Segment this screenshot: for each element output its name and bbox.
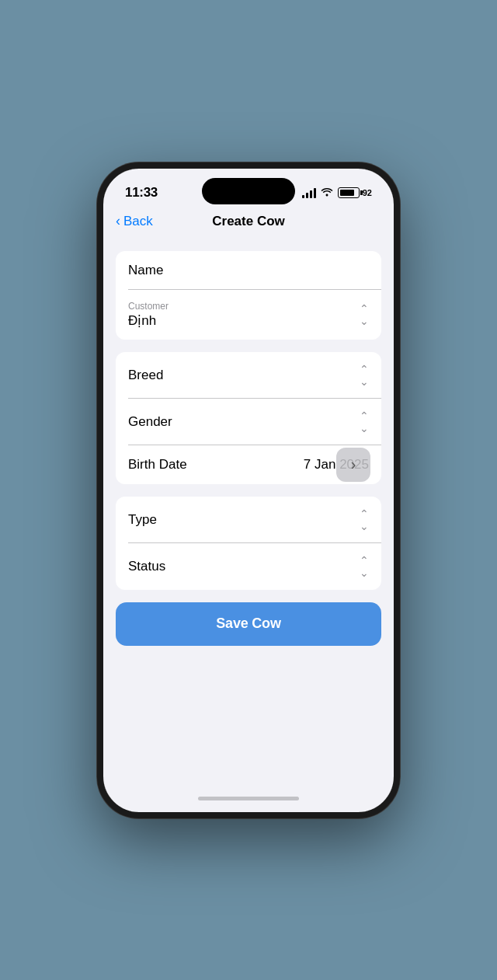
save-cow-button[interactable]: Save Cow [116,602,381,646]
phone-frame: 11:33 [97,162,400,818]
battery-body [338,187,360,198]
type-row[interactable]: Type ⌃⌄ [116,497,381,543]
home-indicator [103,786,394,812]
back-button[interactable]: ‹ Back [116,214,153,229]
signal-bar-2 [306,193,308,198]
customer-label-group: Customer Định [128,301,169,329]
back-label: Back [123,214,153,229]
signal-bar-3 [310,190,312,198]
customer-value: Định [128,312,169,329]
gender-row[interactable]: Gender ⌃⌄ [116,399,381,445]
type-chevron-icon: ⌃⌄ [360,507,369,532]
breed-chevron-icon: ⌃⌄ [360,363,369,388]
next-arrow-icon: › [351,455,356,473]
status-chevron-icon: ⌃⌄ [360,554,369,579]
battery-percent: 92 [363,188,372,197]
birth-date-next-button[interactable]: › [336,448,370,482]
customer-sublabel: Customer [128,301,169,312]
status-time: 11:33 [125,185,158,201]
wifi-icon [321,187,333,199]
page-title: Create Cow [212,214,285,229]
customer-chevron-icon: ⌃⌄ [360,302,369,327]
battery-icon: 92 [338,187,372,198]
form-card-3: Type ⌃⌄ Status ⌃⌄ [116,497,381,590]
gender-label: Gender [128,414,172,430]
nav-bar: ‹ Back Create Cow [103,211,394,239]
name-row[interactable]: Name [116,251,381,290]
status-icons: 92 [302,187,372,199]
customer-row[interactable]: Customer Định ⌃⌄ [116,290,381,340]
birth-date-label: Birth Date [128,457,187,473]
battery-fill [340,190,355,196]
home-bar [198,797,299,800]
birth-date-row[interactable]: Birth Date 7 Jan 2025 › [116,445,381,484]
content: Name Customer Định ⌃⌄ Breed ⌃⌄ [103,239,394,786]
type-label: Type [128,512,157,528]
name-label: Name [128,263,163,278]
signal-bars-icon [302,187,316,198]
screen: 11:33 [103,169,394,812]
breed-label: Breed [128,368,163,383]
gender-chevron-icon: ⌃⌄ [360,410,369,434]
form-card-2: Breed ⌃⌄ Gender ⌃⌄ Birth Date 7 Jan 2025… [116,352,381,484]
back-chevron-icon: ‹ [116,213,120,229]
dynamic-island [202,178,295,204]
status-label: Status [128,559,165,574]
signal-bar-1 [302,195,304,198]
breed-row[interactable]: Breed ⌃⌄ [116,352,381,399]
form-card-1: Name Customer Định ⌃⌄ [116,251,381,340]
status-row[interactable]: Status ⌃⌄ [116,543,381,590]
signal-bar-4 [314,188,316,198]
